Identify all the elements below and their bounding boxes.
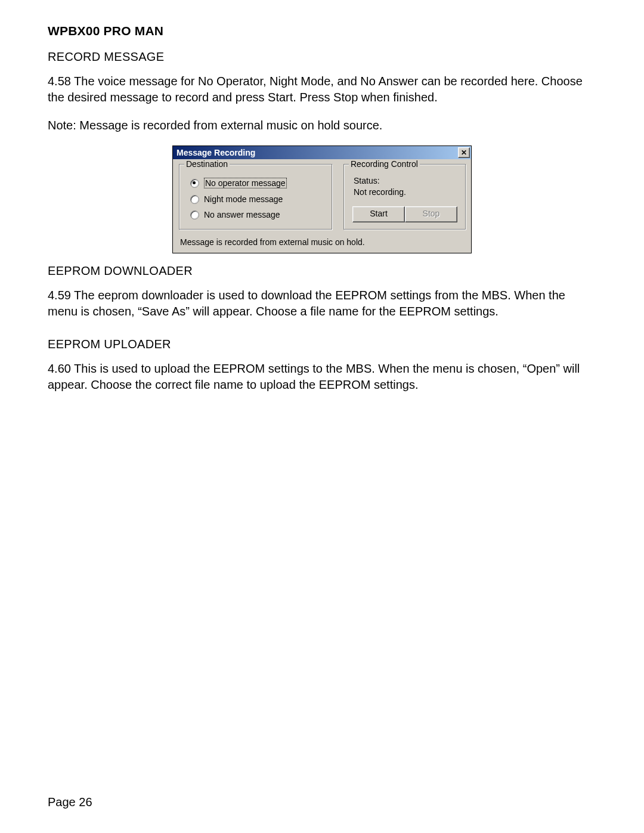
- paragraph-4-60: 4.60 This is used to upload the EEPROM s…: [48, 361, 596, 393]
- radio-no-operator[interactable]: No operator message: [190, 178, 325, 188]
- dialog-titlebar: Message Recording ✕: [173, 146, 471, 159]
- dialog-title: Message Recording: [177, 148, 458, 157]
- message-recording-dialog: Message Recording ✕ Destination No opera…: [172, 145, 472, 253]
- stop-button: Stop: [405, 206, 457, 222]
- section-heading-record: RECORD MESSAGE: [48, 50, 596, 64]
- radio-label: Night mode message: [204, 194, 283, 204]
- document-title: WPBX00 PRO MAN: [48, 24, 596, 38]
- recording-control-group: Recording Control Status: Not recording.…: [343, 164, 466, 230]
- status-label: Status:: [354, 175, 456, 187]
- radio-icon: [190, 210, 199, 219]
- paragraph-note: Note: Message is recorded from external …: [48, 117, 596, 134]
- destination-group: Destination No operator message Night mo…: [179, 164, 333, 230]
- recording-legend: Recording Control: [349, 159, 420, 169]
- radio-night-mode[interactable]: Night mode message: [190, 194, 325, 204]
- paragraph-4-58: 4.58 The voice message for No Operator, …: [48, 73, 596, 106]
- radio-icon: [190, 195, 199, 204]
- start-button[interactable]: Start: [352, 206, 405, 222]
- dialog-footer-text: Message is recorded from external music …: [179, 237, 465, 247]
- destination-legend: Destination: [184, 159, 230, 169]
- radio-label: No answer message: [204, 210, 280, 219]
- paragraph-4-59: 4.59 The eeprom downloader is used to do…: [48, 287, 596, 320]
- section-heading-downloader: EEPROM DOWNLOADER: [48, 264, 596, 278]
- radio-label: No operator message: [204, 178, 287, 188]
- radio-icon: [190, 179, 199, 188]
- section-heading-uploader: EEPROM UPLOADER: [48, 337, 596, 351]
- radio-no-answer[interactable]: No answer message: [190, 210, 325, 219]
- page-number: Page 26: [48, 795, 92, 809]
- close-icon[interactable]: ✕: [458, 147, 470, 158]
- status-value: Not recording.: [354, 187, 456, 198]
